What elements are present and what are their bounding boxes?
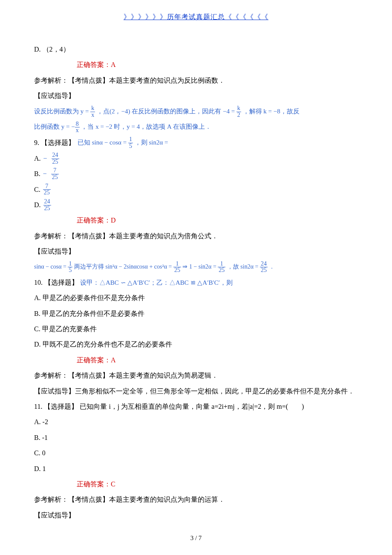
- q11-option-a: A. -2: [34, 416, 358, 428]
- q8-option-d: D. （2，4）: [34, 43, 358, 56]
- q9-stem-math: 已知 sinα − cosα = 15 ，则 sin2α =: [78, 136, 168, 150]
- q9-gm3: ⇒ 1 − sin2α =: [182, 263, 218, 270]
- q9-guide-math: sinα − cosα = 15 两边平方得 sin²α − 2sinαcosα…: [34, 261, 358, 274]
- q11-analysis: 参考解析：【考情点拨】本题主要考查的知识点为向量的运算．: [34, 493, 358, 506]
- q10-option-b: B. 甲是乙的充分条件但不是必要条件: [34, 307, 358, 320]
- q10-guide: 【应试指导】三角形相似不一定全等，但三角形全等一定相似，因此，甲是乙的必要条件但…: [34, 385, 358, 398]
- q9-optD-label: D.: [34, 199, 41, 211]
- q11-option-d: D. 1: [34, 462, 358, 475]
- q8-analysis: 参考解析：【考情点拨】本题主要考查的知识点为反比例函数．: [34, 74, 358, 87]
- q11-answer: 正确答案：C: [34, 478, 358, 491]
- q8-guide-line1: 设反比例函数为 y = kx ，点(2，−4) 在反比例函数的图像上，因此有 −…: [34, 105, 358, 119]
- q10-option-a: A. 甲是乙的必要条件但不是充分条件: [34, 292, 358, 304]
- q9-guide-label: 【应试指导】: [34, 245, 358, 258]
- q10-analysis: 参考解析：【考情点拨】本题主要考查的知识点为简易逻辑．: [34, 369, 358, 382]
- page-number: 3 / 7: [34, 535, 358, 542]
- q9-option-c: C. 725: [34, 183, 358, 196]
- q9-stem: 9. 【选择题】 已知 sinα − cosα = 15 ，则 sin2α =: [34, 136, 358, 150]
- q9-stem-math-post: ，则 sin2α =: [135, 139, 168, 146]
- q9-stem-math-pre: 已知 sinα − cosα =: [78, 139, 128, 146]
- q10-stem-pre: 10. 【选择题】: [34, 279, 80, 286]
- q9-optB-label: B.: [34, 168, 40, 180]
- q10-option-c: C. 甲是乙的充要条件: [34, 323, 358, 335]
- q8-g1-pre: 设反比例函数为: [34, 108, 81, 115]
- q11-option-b: B. -1: [34, 431, 358, 444]
- q10-stem-math: 设甲：△ABC ∽ △A′B′C′；乙：△ABC ≌ △A′B′C′，则: [80, 279, 233, 286]
- q9-gm4: ，故 sin2α =: [227, 263, 260, 270]
- q9-gm1: sinα − cosα =: [34, 263, 68, 270]
- q9-optC-num: 7: [43, 183, 51, 190]
- q9-optA-label: A.: [34, 152, 41, 165]
- q9-optD-den: 25: [43, 205, 51, 212]
- q9-optD-num: 24: [43, 199, 51, 205]
- q11-option-c: C. 0: [34, 447, 358, 460]
- q10-stem: 10. 【选择题】 设甲：△ABC ∽ △A′B′C′；乙：△ABC ≌ △A′…: [34, 276, 358, 289]
- header-link[interactable]: 》》》》》》历年考试真题汇总《《《《《《: [34, 13, 358, 22]
- q8-g1-post: ，解得 k = −8，故反: [243, 108, 300, 115]
- q9-gm5: ．: [269, 263, 275, 270]
- q9-optC-den: 25: [43, 190, 51, 196]
- q8-guide-line2: 比例函数 y = −8x ，当 x = −2 时，y = 4，故选项 A 在该图…: [34, 121, 358, 134]
- q8-guide-label: 【应试指导】: [34, 90, 358, 102]
- q8-g2-mid: ，当 x = −2 时，y = 4，故选项 A 在该图像上．: [81, 123, 211, 130]
- q9-gm2: 两边平方得 sin²α − 2sinαcosα + cos²α =: [74, 263, 173, 270]
- q8-g2-pre: 比例函数: [34, 123, 61, 130]
- q9-optB-den: 25: [51, 174, 59, 181]
- header-link-text: 》》》》》》历年考试真题汇总《《《《《《: [124, 13, 268, 20]
- q9-analysis: 参考解析：【考情点拨】本题主要考查的知识点为倍角公式．: [34, 230, 358, 243]
- q10-option-d: D. 甲既不是乙的充分条件也不是乙的必要条件: [34, 338, 358, 351]
- q11-guide-label: 【应试指导】: [34, 509, 358, 522]
- q9-optC-label: C.: [34, 183, 40, 196]
- q9-optB-num: 7: [51, 168, 59, 174]
- q9-optA-num: 24: [52, 152, 59, 159]
- q9-option-a: A. − 2425: [34, 152, 358, 165]
- q9-stem-pre: 9. 【选择题】: [34, 136, 75, 149]
- q11-stem: 11. 【选择题】 已知向量 i，j 为互相垂直的单位向量，向量 a=2i+mj…: [34, 400, 358, 413]
- q10-answer: 正确答案：A: [34, 354, 358, 367]
- q9-option-d: D. 2425: [34, 199, 358, 211]
- q9-answer: 正确答案：D: [34, 214, 358, 227]
- q8-g1-mid: ，点(2，−4) 在反比例函数的图像上，因此有: [97, 108, 223, 115]
- q9-optA-den: 25: [52, 159, 59, 165]
- q9-option-b: B. − 725: [34, 168, 358, 180]
- q8-answer: 正确答案：A: [34, 58, 358, 71]
